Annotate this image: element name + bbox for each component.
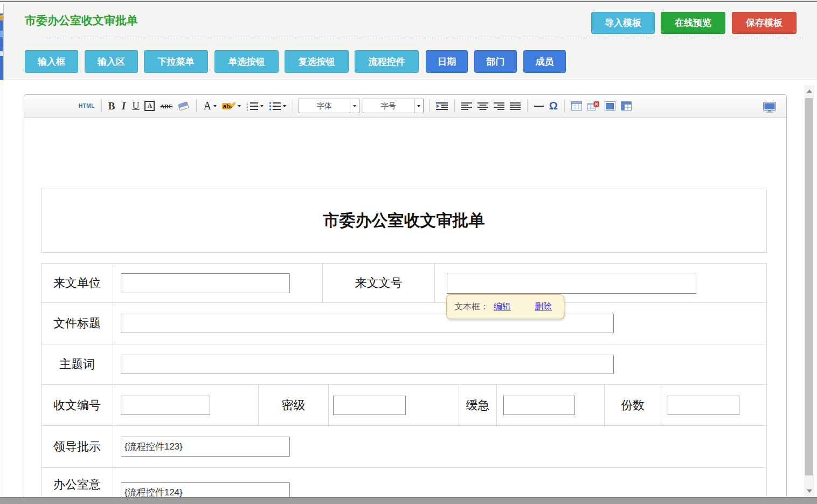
table-row: 收文编号 密级 缓急 份数 <box>41 385 767 426</box>
window-top-border <box>0 1 817 2</box>
form-table: 来文单位 来文文号 文件标题 主题词 <box>41 263 767 503</box>
widget-radio-button[interactable]: 单选按钮 <box>214 50 279 73</box>
font-size-select[interactable]: 字号 <box>363 99 424 113</box>
widget-input-area-button[interactable]: 输入区 <box>85 50 138 73</box>
scroll-down-button[interactable] <box>804 485 814 497</box>
table-cell <box>113 264 323 302</box>
svg-text:3: 3 <box>246 108 248 111</box>
boxed-a-glyph: A <box>144 101 155 111</box>
table-cell <box>113 385 259 425</box>
widget-input-box-button[interactable]: 输入框 <box>25 50 78 73</box>
delete-table-button[interactable] <box>585 99 601 114</box>
text-input-placeholder[interactable] <box>333 396 406 415</box>
text-input-placeholder[interactable] <box>503 396 575 415</box>
remove-format-button[interactable] <box>176 99 192 114</box>
toolbar-separator <box>196 100 197 113</box>
table-row: 来文单位 来文文号 <box>41 263 767 303</box>
save-template-button[interactable]: 保存模板 <box>732 12 797 34</box>
scrollbar-thumb[interactable] <box>805 98 813 475</box>
align-right-button[interactable] <box>491 99 507 114</box>
preview-online-button[interactable]: 在线预览 <box>661 12 725 34</box>
header-divider <box>46 38 804 38</box>
widget-member-button[interactable]: 成员 <box>523 50 566 73</box>
toolbar-separator <box>564 100 565 113</box>
text-input-placeholder[interactable] <box>447 273 696 294</box>
field-label: 来文单位 <box>41 264 113 302</box>
source-code-button[interactable]: HTML <box>77 99 97 114</box>
eraser-icon <box>178 101 190 111</box>
align-right-icon <box>494 102 504 111</box>
chevron-down-icon <box>283 105 286 107</box>
table-cell <box>661 385 766 425</box>
justify-icon <box>510 102 521 111</box>
insert-table-button[interactable] <box>569 99 584 114</box>
toolbar-separator <box>454 100 455 113</box>
widget-dropdown-button[interactable]: 下拉菜单 <box>144 50 208 73</box>
field-label: 来文文号 <box>323 264 435 302</box>
widget-checkbox-button[interactable]: 复选按钮 <box>285 50 349 73</box>
indent-icon <box>436 102 448 111</box>
form-title: 市委办公室收文审批单 <box>323 210 485 232</box>
font-size-dropdown-arrow[interactable] <box>414 99 423 113</box>
justify-button[interactable] <box>508 99 523 114</box>
font-size-value: 字号 <box>363 101 414 111</box>
align-left-icon <box>461 102 472 111</box>
widget-date-button[interactable]: 日期 <box>426 50 468 73</box>
table-cell <box>113 303 766 344</box>
widget-department-button[interactable]: 部门 <box>474 50 517 73</box>
font-color-button[interactable]: A <box>201 99 218 114</box>
bold-button[interactable]: B <box>106 99 117 114</box>
table-cell <box>497 385 605 425</box>
table-row: 文件标题 <box>41 303 767 344</box>
field-label: 密级 <box>259 385 329 425</box>
page-title: 市委办公室收文审批单 <box>25 13 138 28</box>
maximize-button[interactable] <box>760 100 779 115</box>
table-properties-button[interactable] <box>603 99 618 114</box>
delete-link[interactable]: 删除 <box>535 301 552 313</box>
underline-button[interactable]: U <box>130 99 141 114</box>
table-cell <box>113 344 766 384</box>
background-icon-fragment <box>0 31 3 37</box>
delete-table-icon <box>587 101 599 111</box>
pencil-icon <box>230 102 236 110</box>
horizontal-rule-button[interactable] <box>532 99 546 114</box>
background-icon-fragment <box>0 51 3 56</box>
highlight-button[interactable]: ab <box>220 99 243 114</box>
font-family-dropdown-arrow[interactable] <box>350 99 359 113</box>
toolbar-separator <box>293 100 293 113</box>
table-row: 主题词 <box>41 344 767 385</box>
italic-button[interactable]: I <box>118 99 129 114</box>
inline-frame-button[interactable]: A <box>142 99 157 114</box>
table-row: 领导批示 {流程控件123} <box>41 426 767 468</box>
field-label: 领导批示 <box>41 426 113 467</box>
ordered-list-button[interactable]: 1 2 3 <box>244 99 266 114</box>
strikethrough-button[interactable]: ABC <box>158 99 175 114</box>
triangle-down-icon <box>807 489 812 493</box>
text-input-placeholder[interactable] <box>668 396 739 415</box>
toolbar-separator <box>527 100 528 113</box>
special-character-button[interactable]: Ω <box>547 99 560 114</box>
background-icon-fragment <box>0 15 3 20</box>
align-left-button[interactable] <box>459 99 474 114</box>
scrollbar-track[interactable] <box>804 85 814 497</box>
font-family-select[interactable]: 字体 <box>299 99 359 113</box>
text-input-placeholder[interactable] <box>121 355 614 374</box>
indent-button[interactable] <box>434 99 450 114</box>
widget-flow-control-button[interactable]: 流程控件 <box>355 50 419 73</box>
scroll-up-button[interactable] <box>804 85 814 97</box>
unordered-list-button[interactable] <box>267 99 288 114</box>
horizontal-rule-icon <box>534 106 544 107</box>
chevron-down-icon <box>417 105 420 107</box>
edit-link[interactable]: 编辑 <box>494 301 511 313</box>
table-properties-icon <box>605 101 615 111</box>
align-center-button[interactable] <box>475 99 490 114</box>
cell-properties-button[interactable] <box>619 99 634 114</box>
text-input-placeholder[interactable] <box>121 273 290 293</box>
font-family-value: 字体 <box>299 101 350 111</box>
text-input-placeholder[interactable] <box>121 396 210 415</box>
import-template-button[interactable]: 导入模板 <box>591 12 655 34</box>
editor-content[interactable]: 市委办公室收文审批单 来文单位 来文文号 文件标题 <box>24 118 786 503</box>
flow-control-placeholder[interactable]: {流程控件123} <box>121 437 290 457</box>
chevron-down-icon <box>213 105 217 107</box>
editor-toolbar: HTML B I U A ABC A ab <box>24 95 786 118</box>
